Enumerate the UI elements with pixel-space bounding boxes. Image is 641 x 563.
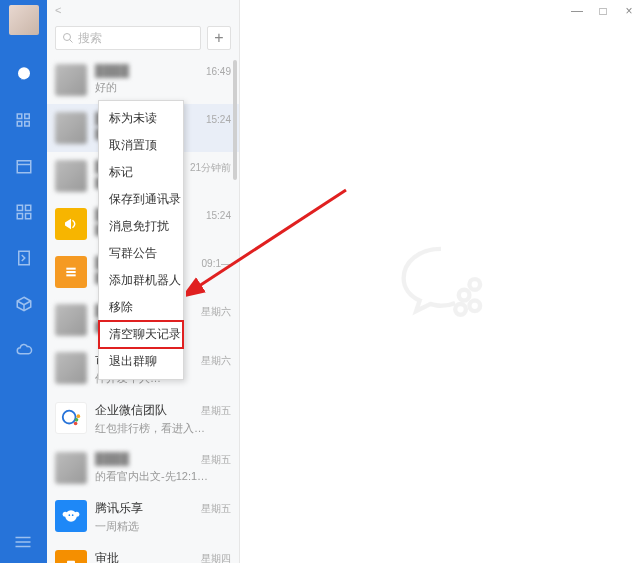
chat-time: 星期五 <box>201 453 231 467</box>
menu-item[interactable]: 移除 <box>99 294 183 321</box>
chat-preview: 一周精选 <box>95 519 231 534</box>
chat-title: 企业微信团队 <box>95 402 167 419</box>
svg-point-27 <box>63 411 76 424</box>
menu-item[interactable]: 取消置顶 <box>99 132 183 159</box>
menu-item[interactable]: 写群公告 <box>99 240 183 267</box>
chat-title: 审批 <box>95 550 119 563</box>
chat-avatar[interactable] <box>55 452 87 484</box>
chat-title: ████ <box>95 64 129 78</box>
svg-point-41 <box>455 304 466 315</box>
menu-item[interactable]: 退出群聊 <box>99 348 183 375</box>
chat-time: 16:49 <box>206 66 231 77</box>
svg-point-30 <box>74 422 78 426</box>
chat-item[interactable]: ████16:49好的 <box>47 56 239 104</box>
menu-item[interactable]: 标为未读 <box>99 105 183 132</box>
chat-avatar[interactable] <box>55 64 87 96</box>
svg-rect-12 <box>17 214 22 219</box>
chat-avatar[interactable] <box>55 352 87 384</box>
svg-point-39 <box>469 279 480 290</box>
chat-time: 星期六 <box>201 354 231 368</box>
chat-time: 星期四 <box>201 552 231 563</box>
chat-time: 星期六 <box>201 305 231 319</box>
chat-avatar[interactable] <box>55 500 87 532</box>
chat-avatar[interactable] <box>55 402 87 434</box>
svg-rect-13 <box>25 214 30 219</box>
chat-item[interactable]: 企业微信团队星期五红包排行榜，看进入… <box>47 394 239 444</box>
menu-item[interactable]: 清空聊天记录 <box>99 321 183 348</box>
docs-icon[interactable] <box>15 249 33 267</box>
chat-avatar[interactable] <box>55 550 87 563</box>
chat-avatar[interactable] <box>55 112 87 144</box>
context-menu: 标为未读取消置顶标记保存到通讯录消息免打扰写群公告添加群机器人移除清空聊天记录退… <box>98 100 184 380</box>
minimize-button[interactable]: — <box>571 4 583 18</box>
chat-icon[interactable] <box>15 65 33 83</box>
wecom-logo-icon <box>396 240 486 324</box>
svg-rect-11 <box>25 205 30 210</box>
chat-item[interactable]: 腾讯乐享星期五一周精选 <box>47 492 239 542</box>
chat-avatar[interactable] <box>55 160 87 192</box>
add-button[interactable]: + <box>207 26 231 50</box>
chat-avatar[interactable] <box>55 208 87 240</box>
chat-preview: 的看官内出文-先12:1… <box>95 469 231 484</box>
menu-item[interactable]: 保存到通讯录 <box>99 186 183 213</box>
chat-item[interactable]: ████星期五的看官内出文-先12:1… <box>47 444 239 492</box>
chat-time: 09:1— <box>202 258 231 269</box>
svg-point-28 <box>75 418 79 422</box>
chat-avatar[interactable] <box>55 304 87 336</box>
scrollbar-thumb[interactable] <box>233 60 237 180</box>
svg-point-40 <box>469 300 480 311</box>
menu-item[interactable]: 添加群机器人 <box>99 267 183 294</box>
svg-rect-1 <box>17 114 22 119</box>
chat-time: 15:24 <box>206 114 231 125</box>
svg-rect-10 <box>17 205 22 210</box>
chat-time: 15:24 <box>206 210 231 221</box>
chat-title: ████ <box>95 452 129 466</box>
chat-item[interactable]: 审批星期四你的用章申请（不外… <box>47 542 239 563</box>
svg-point-38 <box>458 289 469 300</box>
svg-point-34 <box>69 514 71 516</box>
cloud-icon[interactable] <box>15 341 33 359</box>
nav-icons <box>15 65 33 359</box>
chat-time: 星期五 <box>201 404 231 418</box>
svg-rect-4 <box>24 122 29 127</box>
search-input[interactable]: 搜索 <box>55 26 201 50</box>
svg-rect-5 <box>17 161 31 173</box>
svg-point-35 <box>72 514 74 516</box>
chat-preview: 红包排行榜，看进入… <box>95 421 231 436</box>
main-panel: — □ × <box>240 0 641 563</box>
svg-rect-2 <box>24 114 29 119</box>
svg-rect-3 <box>17 122 22 127</box>
chat-title: 腾讯乐享 <box>95 500 143 517</box>
window-controls: — □ × <box>571 4 635 18</box>
svg-point-33 <box>74 512 79 517</box>
user-avatar[interactable] <box>9 5 39 35</box>
back-icon[interactable]: < <box>55 4 61 16</box>
svg-point-32 <box>63 512 68 517</box>
close-button[interactable]: × <box>623 4 635 18</box>
search-placeholder: 搜索 <box>78 30 102 47</box>
list-header: < <box>47 0 239 20</box>
menu-item[interactable]: 标记 <box>99 159 183 186</box>
search-bar: 搜索 + <box>47 20 239 56</box>
hamburger-icon[interactable] <box>14 535 32 553</box>
chat-time: 21分钟前 <box>190 161 231 175</box>
box-icon[interactable] <box>15 295 33 313</box>
maximize-button[interactable]: □ <box>597 4 609 18</box>
chat-avatar[interactable] <box>55 256 87 288</box>
calendar-icon[interactable] <box>15 157 33 175</box>
chat-preview: 好的 <box>95 80 231 95</box>
apps-icon[interactable] <box>15 203 33 221</box>
svg-line-17 <box>24 301 31 305</box>
svg-point-22 <box>64 34 71 41</box>
contacts-icon[interactable] <box>15 111 33 129</box>
svg-line-23 <box>70 40 73 43</box>
menu-item[interactable]: 消息免打扰 <box>99 213 183 240</box>
svg-line-16 <box>17 301 24 305</box>
sidebar <box>0 0 47 563</box>
chat-time: 星期五 <box>201 502 231 516</box>
svg-point-0 <box>18 67 30 79</box>
svg-point-29 <box>77 414 81 418</box>
